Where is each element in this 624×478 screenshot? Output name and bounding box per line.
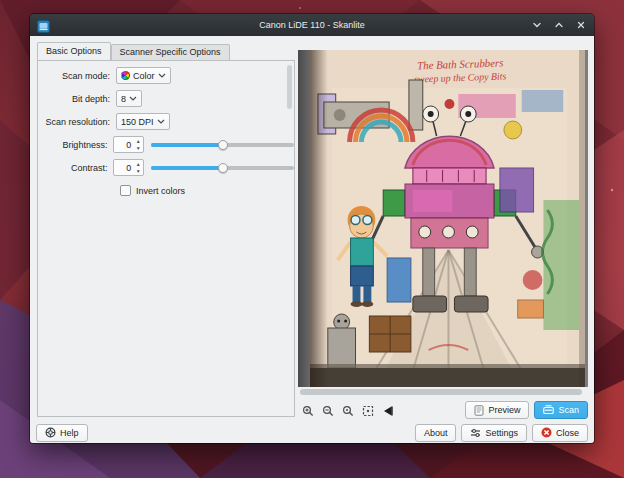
scan-resolution-label: Scan resolution: [38,117,110,127]
titlebar[interactable]: Canon LiDE 110 - Skanlite [30,14,594,36]
contrast-spinbox[interactable]: 0 ▲ ▼ [113,159,144,176]
scan-resolution-row: Scan resolution: 150 DPI [38,113,294,130]
bit-depth-row: Bit depth: 8 [38,90,294,107]
minimize-button[interactable] [531,19,543,31]
basic-options-panel: Scan mode: Color Bit depth: 8 [37,60,295,417]
contrast-slider-handle[interactable] [218,163,228,173]
configure-icon [470,428,481,438]
help-button-label: Help [60,428,79,438]
action-buttons: Preview Scan [465,401,588,419]
scan-resolution-value: 150 DPI [121,117,154,127]
contrast-value: 0 [114,163,133,173]
maximize-button[interactable] [553,19,565,31]
tab-basic-options[interactable]: Basic Options [37,42,111,60]
settings-button-label: Settings [485,428,518,438]
brightness-label: Brightness: [38,140,107,150]
invert-colors-label: Invert colors [136,186,185,196]
settings-button[interactable]: Settings [461,424,527,442]
contrast-label: Contrast: [38,163,107,173]
close-button-label: Close [556,428,579,438]
invert-colors-checkbox[interactable] [120,185,131,196]
scan-mode-value: Color [133,71,155,81]
scan-mode-row: Scan mode: Color [38,67,294,84]
options-form: Scan mode: Color Bit depth: 8 [38,61,294,199]
chevron-down-icon [157,119,165,124]
options-scrollbar-thumb[interactable] [287,65,292,109]
spin-up-icon[interactable]: ▲ [136,138,141,145]
preview-button[interactable]: Preview [465,401,529,419]
brightness-row: Brightness: 0 ▲ ▼ [38,136,294,153]
help-button[interactable]: Help [36,424,88,442]
zoom-out-icon[interactable] [321,405,334,418]
zoom-in-icon[interactable] [301,405,314,418]
scanner-icon [543,405,554,415]
clear-selections-icon[interactable] [381,405,394,418]
scan-button-label: Scan [558,405,579,415]
preview-shadow [298,50,310,387]
spin-arrows: ▲ ▼ [133,161,143,175]
window-controls [531,19,587,31]
about-button[interactable]: About [415,424,457,442]
brightness-slider[interactable] [151,137,294,153]
bit-depth-label: Bit depth: [38,94,110,104]
desktop: Canon LiDE 110 - Skanlite Basic Options … [0,0,624,478]
zoom-original-icon[interactable] [341,405,354,418]
invert-colors-row: Invert colors [120,182,294,199]
preview-horizontal-scrollbar[interactable] [298,388,588,396]
spin-down-icon[interactable]: ▼ [136,168,141,175]
scan-preview-area[interactable]: The Bath Scrubbers sweep up the Copy Bit… [298,50,588,387]
bit-depth-combobox[interactable]: 8 [116,90,142,107]
preview-horizontal-scrollbar-thumb[interactable] [300,389,582,395]
bottom-right-buttons: About Settings [415,424,588,442]
dialog-close-icon [541,427,552,438]
help-icon [45,427,56,438]
color-wheel-icon [121,71,130,80]
bottom-button-bar: Help About Settings [36,423,588,442]
close-dialog-button[interactable]: Close [532,424,588,442]
window-title: Canon LiDE 110 - Skanlite [30,20,594,30]
chevron-down-icon [158,73,166,78]
tab-bar: Basic Options Scanner Specific Options [37,42,230,60]
skanlite-app-icon [37,19,50,32]
chevron-up-icon [554,20,564,30]
window-close-button[interactable] [575,19,587,31]
contrast-slider[interactable] [151,160,294,176]
chevron-down-icon [129,96,137,101]
slider-fill [151,143,222,147]
preview-button-label: Preview [488,405,520,415]
bit-depth-value: 8 [121,94,126,104]
window-content: Basic Options Scanner Specific Options S… [30,36,594,443]
chevron-down-icon [532,20,542,30]
preview-toolbar [301,403,394,419]
document-preview-icon [474,405,484,416]
skanlite-window: Canon LiDE 110 - Skanlite Basic Options … [30,14,594,443]
contrast-row: Contrast: 0 ▲ ▼ [38,159,294,176]
scan-mode-combobox[interactable]: Color [116,67,171,84]
spin-down-icon[interactable]: ▼ [136,145,141,152]
brightness-spinbox[interactable]: 0 ▲ ▼ [113,136,144,153]
brightness-value: 0 [114,140,133,150]
close-icon [576,20,586,30]
zoom-fit-icon[interactable] [361,405,374,418]
spin-up-icon[interactable]: ▲ [136,161,141,168]
brightness-slider-handle[interactable] [218,140,228,150]
scan-button[interactable]: Scan [534,401,588,419]
scan-resolution-combobox[interactable]: 150 DPI [116,113,170,130]
about-button-label: About [424,428,448,438]
scan-mode-label: Scan mode: [38,71,110,81]
spin-arrows: ▲ ▼ [133,138,143,152]
slider-fill [151,166,222,170]
tab-scanner-specific-options[interactable]: Scanner Specific Options [111,44,230,60]
scanned-document: The Bath Scrubbers sweep up the Copy Bit… [310,50,585,387]
